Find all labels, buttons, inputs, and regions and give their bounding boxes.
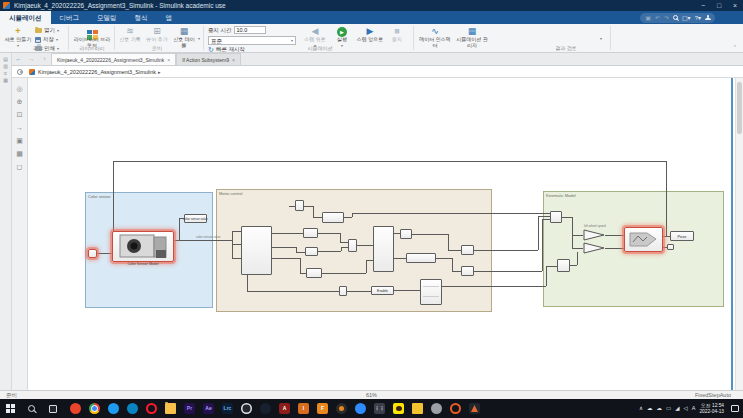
color-sensor-model-block[interactable]: Color Sensor Model bbox=[112, 231, 174, 262]
chevron-up-icon[interactable]: ∧ bbox=[639, 399, 643, 418]
tab-simulation[interactable]: 시뮬레이션 bbox=[0, 11, 51, 24]
area-icon[interactable]: ◻ bbox=[12, 160, 27, 173]
taskbar-app-grid-app[interactable]: ⋮⋮ bbox=[374, 403, 385, 414]
close-button[interactable]: × bbox=[727, 0, 743, 11]
browse-icon[interactable]: ◎ bbox=[12, 82, 27, 95]
block[interactable] bbox=[461, 266, 474, 276]
block[interactable] bbox=[322, 212, 344, 223]
maximize-button[interactable]: □ bbox=[711, 0, 727, 11]
block[interactable] bbox=[461, 245, 474, 255]
model-canvas[interactable]: Color sensorMotor controlKinematic Model… bbox=[28, 78, 733, 390]
log-signals-button[interactable]: ≋ 신호 기록 bbox=[117, 26, 143, 47]
scrollbar-thumb[interactable] bbox=[737, 82, 742, 134]
help-icon[interactable]: ?▾ bbox=[695, 13, 701, 23]
vertical-scrollbar[interactable] bbox=[735, 78, 743, 390]
review-gallery-expander[interactable]: ▾ bbox=[600, 36, 602, 41]
hide-explorer-icon[interactable] bbox=[17, 69, 23, 75]
cloud-icon[interactable]: ☁ bbox=[647, 399, 653, 418]
notification-icon[interactable] bbox=[731, 405, 739, 412]
save-button[interactable]: 저장▾ bbox=[35, 36, 58, 43]
forward-button[interactable]: → bbox=[25, 53, 38, 65]
panel-icon[interactable]: ≡ bbox=[4, 70, 7, 76]
doc-tab-subsystem[interactable]: If Action Subsystem9 × bbox=[176, 53, 241, 65]
zoom-icon[interactable]: ⊕ bbox=[12, 95, 27, 108]
tab-apps[interactable]: 앱 bbox=[157, 11, 182, 24]
taskbar-app-matlab[interactable] bbox=[469, 403, 480, 414]
block[interactable] bbox=[306, 268, 322, 278]
taskbar-app-blender[interactable] bbox=[336, 403, 347, 414]
back-button[interactable]: ← bbox=[12, 53, 25, 65]
profile-icon[interactable] bbox=[705, 15, 710, 20]
taskbar-app-opera[interactable] bbox=[146, 403, 157, 414]
taskbar-app-lightroom[interactable]: Lrc bbox=[222, 403, 233, 414]
new-button[interactable]: + 새로 만들기 ▾ bbox=[3, 26, 33, 47]
redo-icon[interactable]: ↷ bbox=[664, 13, 669, 23]
block[interactable] bbox=[406, 253, 436, 263]
search-icon[interactable] bbox=[673, 15, 678, 20]
taskbar-app-premiere[interactable]: Pr bbox=[184, 403, 195, 414]
run-button[interactable]: ▶ 실행 ▾ bbox=[330, 26, 354, 47]
gain-block[interactable] bbox=[583, 242, 605, 254]
clock-block[interactable] bbox=[339, 286, 347, 296]
doc-tab-model[interactable]: Kimjaeuk_4_202022226_Assignment3_Simulin… bbox=[51, 53, 176, 65]
taskbar-app-zoom[interactable] bbox=[355, 403, 366, 414]
pan-icon[interactable]: → bbox=[12, 121, 27, 134]
block[interactable] bbox=[303, 228, 318, 238]
taskbar-app-app-f[interactable]: F bbox=[317, 403, 328, 414]
task-view-icon[interactable] bbox=[49, 405, 57, 413]
chart-block[interactable] bbox=[420, 279, 442, 305]
block[interactable] bbox=[305, 247, 318, 256]
pose-block[interactable]: Pose bbox=[670, 231, 694, 241]
undo-icon[interactable]: ↶ bbox=[655, 13, 660, 23]
enable-block[interactable]: Enable bbox=[371, 286, 394, 295]
minimize-button[interactable]: − bbox=[695, 0, 711, 11]
collapse-ribbon-icon[interactable]: ⌃ bbox=[733, 44, 737, 50]
step-back-button[interactable]: ◀ 스텝 뒤로 ▾ bbox=[302, 26, 328, 47]
taskbar-search-icon[interactable] bbox=[28, 405, 35, 412]
start-button[interactable] bbox=[6, 404, 15, 413]
panel-icon[interactable]: ▦ bbox=[3, 77, 8, 83]
vehicle-kinematics-block[interactable] bbox=[624, 227, 663, 252]
up-button[interactable]: ↑ bbox=[38, 53, 51, 65]
mux-block[interactable] bbox=[550, 211, 562, 223]
close-tab-icon[interactable]: × bbox=[232, 54, 235, 66]
taskbar-app-after-effects[interactable]: Ae bbox=[203, 403, 214, 414]
panel-icon[interactable]: ▥ bbox=[3, 63, 8, 69]
taskbar-app-app-i[interactable]: I bbox=[298, 403, 309, 414]
taskbar-app-chrome[interactable] bbox=[89, 403, 100, 414]
constant-block[interactable] bbox=[88, 249, 97, 258]
network-icon[interactable]: ◢ bbox=[675, 399, 679, 418]
library-browser-button[interactable]: 라이브러리 브라우저 bbox=[73, 26, 111, 47]
block[interactable] bbox=[400, 229, 412, 239]
tab-modeling[interactable]: 모델링 bbox=[88, 11, 126, 24]
fit-to-view-icon[interactable]: ⊡ bbox=[12, 108, 27, 121]
tab-debug[interactable]: 디버그 bbox=[51, 11, 89, 24]
simulation-mode-select[interactable]: 표준▾ bbox=[208, 36, 296, 45]
add-viewer-button[interactable]: ⊞ 뷰어 추가 bbox=[144, 26, 170, 47]
subsystem-block[interactable] bbox=[373, 226, 394, 272]
signal-table-button[interactable]: ▦ 신호 테이블 bbox=[171, 26, 197, 47]
battery-icon[interactable]: ▭ bbox=[666, 399, 671, 418]
taskbar-app-twitter[interactable] bbox=[108, 403, 119, 414]
taskbar-app-brave[interactable] bbox=[70, 403, 81, 414]
cloud-icon[interactable]: ☁ bbox=[657, 399, 663, 418]
panel-icon[interactable]: ▤ bbox=[3, 56, 8, 62]
taskbar-app-file-explorer[interactable] bbox=[165, 403, 176, 414]
matlab-function-block[interactable] bbox=[241, 226, 272, 275]
taskbar-clock[interactable]: 오전 12:54 2022-04-13 bbox=[699, 403, 724, 414]
breadcrumb-path[interactable]: Kimjaeuk_4_202022226_Assignment3_Simulin… bbox=[38, 69, 156, 75]
save-icon[interactable]: ▣ bbox=[645, 13, 651, 23]
tab-format[interactable]: 형식 bbox=[126, 11, 157, 24]
block[interactable] bbox=[295, 200, 304, 211]
stop-time-input[interactable]: 10.0 bbox=[234, 26, 266, 34]
gain-block[interactable] bbox=[583, 229, 605, 241]
ime-indicator[interactable]: A bbox=[692, 399, 696, 418]
taskbar-app-app-orange[interactable] bbox=[450, 403, 461, 414]
merge-block[interactable] bbox=[348, 239, 357, 252]
image-icon[interactable]: ▦ bbox=[12, 147, 27, 160]
prepare-gallery-expander[interactable]: ▾ bbox=[198, 36, 200, 41]
taskbar-app-kakaotalk[interactable] bbox=[393, 403, 404, 414]
fast-restart-toggle[interactable]: ↻ 빠른 재시작 bbox=[208, 46, 245, 53]
mux-block[interactable] bbox=[557, 259, 570, 272]
taskbar-app-obs[interactable] bbox=[241, 403, 252, 414]
